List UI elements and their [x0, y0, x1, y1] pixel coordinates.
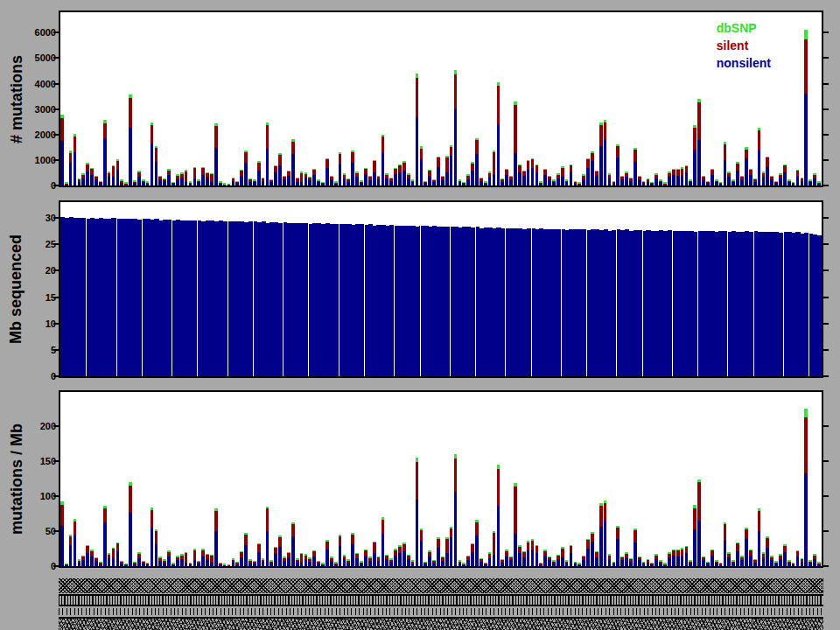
- bar-stack: [355, 553, 359, 566]
- bar-seam: [697, 202, 698, 376]
- bar-segment: [78, 563, 81, 566]
- bar-stack: [586, 539, 590, 566]
- bar-segment: [518, 165, 522, 172]
- bar-segment: [804, 94, 808, 186]
- bar-segment: [185, 182, 188, 186]
- y-tick-label: 50: [18, 527, 56, 536]
- bar-stack: [466, 556, 470, 566]
- bar-segment: [424, 564, 427, 566]
- bar-segment: [561, 177, 564, 186]
- bar-stack: [543, 550, 547, 566]
- y-tick-mark: [822, 530, 829, 532]
- bar-segment: [681, 550, 684, 556]
- bar-segment: [407, 178, 410, 186]
- bar-stack: [60, 501, 64, 566]
- bar-segment: [727, 177, 731, 186]
- bar-segment: [364, 174, 368, 186]
- bar-stack: [804, 409, 808, 566]
- bar-segment: [330, 179, 333, 186]
- bar-segment: [373, 553, 376, 566]
- bar-segment: [531, 541, 535, 550]
- bar-stack: [150, 508, 154, 566]
- bar-stack: [582, 174, 585, 186]
- bar-stack: [133, 180, 136, 186]
- bar-segment: [663, 565, 667, 566]
- bar-segment: [796, 556, 800, 566]
- label-strip-text-band: [59, 617, 823, 630]
- bar-segment: [724, 160, 727, 186]
- bar-stack: [394, 168, 397, 186]
- y-tick-mark: [822, 349, 829, 351]
- y-tick-mark: [822, 217, 829, 219]
- bar-segment: [625, 177, 628, 186]
- bar-stack: [86, 545, 89, 566]
- bar-stack: [488, 172, 492, 186]
- bar-segment: [591, 153, 594, 161]
- bar-segment: [214, 126, 218, 147]
- bar-segment: [634, 150, 637, 161]
- bar-stack: [266, 507, 270, 566]
- bar-stack: [706, 181, 710, 186]
- bar-segment: [223, 185, 227, 186]
- y-tick-mark: [822, 425, 829, 427]
- bar-stack: [112, 548, 116, 566]
- y-tick-mark: [822, 323, 829, 325]
- bar-segment: [484, 564, 487, 566]
- bar-segment: [475, 140, 479, 154]
- bar-segment: [804, 417, 808, 472]
- bar-stack: [437, 157, 440, 186]
- bar-stack: [591, 532, 594, 566]
- bar-stack: [668, 552, 671, 566]
- bar-segment: [740, 179, 744, 186]
- bar-segment: [334, 564, 338, 566]
- bar-segment: [647, 563, 650, 566]
- bar-segment: [214, 148, 218, 186]
- bar-stack: [762, 172, 766, 186]
- bar-stack: [206, 172, 209, 186]
- bar-stack: [509, 556, 513, 566]
- bar-segment: [458, 182, 462, 186]
- bar-stack: [232, 558, 235, 566]
- bar-segment: [685, 166, 689, 172]
- bar-segment: [813, 178, 816, 186]
- bar-segment: [500, 182, 504, 186]
- bar-segment: [437, 167, 440, 186]
- bar-segment: [137, 558, 141, 566]
- y-tick-label: 15: [18, 293, 56, 303]
- bar-stack: [475, 520, 479, 566]
- bar-segment: [681, 169, 684, 176]
- bar-segment: [586, 159, 590, 168]
- bar-segment: [257, 163, 261, 171]
- bar-stack: [385, 555, 388, 566]
- bar-stack: [616, 144, 620, 186]
- bar-stack: [411, 560, 415, 566]
- bar-stack: [536, 545, 539, 566]
- bar-stack: [676, 169, 680, 186]
- bar-stack: [176, 174, 179, 186]
- bar-stack: [599, 122, 603, 186]
- bar-segment: [454, 458, 458, 492]
- bar-segment: [616, 146, 620, 158]
- bar-segment: [60, 141, 64, 186]
- y-tick-mark: [822, 32, 829, 33]
- bar-stack: [137, 171, 141, 186]
- bar-segment: [300, 182, 304, 186]
- bar-segment: [108, 558, 111, 566]
- bar-segment: [351, 544, 354, 566]
- bar-segment: [663, 185, 667, 186]
- bar-segment: [471, 171, 474, 186]
- bar-stack: [167, 169, 171, 186]
- bar-stack: [129, 94, 132, 186]
- bar-segment: [150, 510, 154, 528]
- bar-seam: [142, 202, 143, 376]
- bar-stack: [146, 563, 150, 566]
- bar-stack: [214, 508, 218, 566]
- bar-stack: [300, 553, 304, 566]
- bar-stack: [424, 181, 427, 186]
- bar-stack: [223, 564, 227, 566]
- bar-stack: [441, 176, 444, 186]
- bar-stack: [424, 562, 427, 566]
- bar-segment: [745, 150, 748, 158]
- bar-segment: [167, 556, 171, 566]
- bar-segment: [770, 560, 774, 566]
